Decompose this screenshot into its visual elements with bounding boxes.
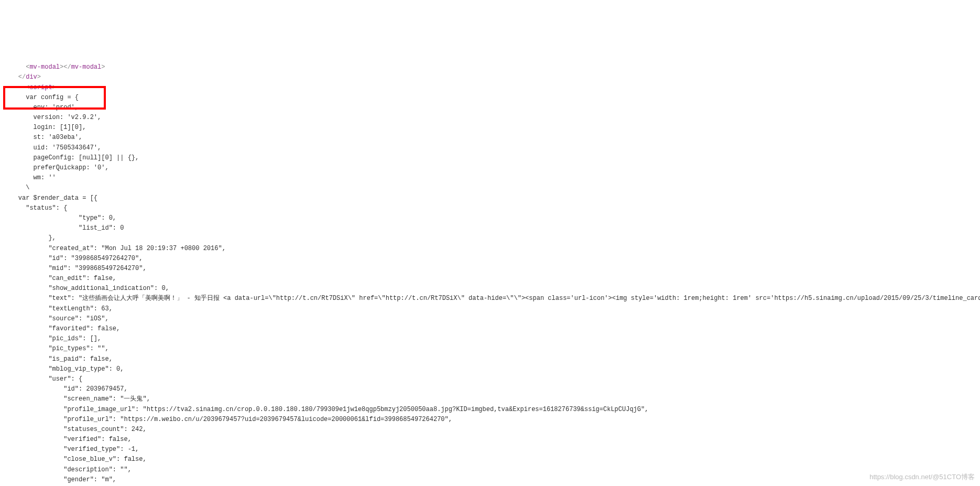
code-line: "pic_types": "", xyxy=(3,345,109,352)
code-line: "description": "", xyxy=(3,466,132,473)
code-line: "verified": false, xyxy=(3,436,132,443)
code-line: "source": "iOS", xyxy=(3,315,109,322)
code-line: "profile_image_url": "https://tva2.sinai… xyxy=(3,406,648,413)
code-line: "user": { xyxy=(3,375,82,383)
code-line: <script> xyxy=(3,84,56,91)
code-line: "is_paid": false, xyxy=(3,355,113,363)
code-line: "id": 2039679457, xyxy=(3,385,128,393)
code-line: "id": "3998685497264270", xyxy=(3,255,143,262)
code-line: version: 'v2.9.2', xyxy=(3,114,101,121)
code-line: uid: '7505343647', xyxy=(3,144,101,152)
source-code-view: <mv-modal></mv-modal> </div> <script> va… xyxy=(0,50,980,486)
code-line: "show_additional_indication": 0, xyxy=(3,285,169,292)
code-line: </div> xyxy=(3,73,41,81)
code-line: "favorited": false, xyxy=(3,325,120,332)
code-line: "pic_ids": [], xyxy=(3,335,101,342)
code-line: "screen_name": "一头鬼", xyxy=(3,395,150,403)
code-line: <mv-modal></mv-modal> xyxy=(3,63,105,71)
code-line: "created_at": "Mon Jul 18 20:19:37 +0800… xyxy=(3,245,226,252)
code-line: "text": "这些插画会让人大呼「美啊美啊！」 - 知乎日报 <a data… xyxy=(3,295,980,302)
code-line: login: [1][0], xyxy=(3,124,86,131)
code-line: "can_edit": false, xyxy=(3,275,116,282)
code-line: st: 'a03eba', xyxy=(3,134,82,141)
code-line: "profile_url": "https://m.weibo.cn/u/203… xyxy=(3,416,452,423)
code-line: "type": 0, xyxy=(3,214,116,222)
code-line: "gender": "m", xyxy=(3,476,116,483)
code-line: preferQuickapp: '0', xyxy=(3,164,109,171)
watermark-text: https://blog.csdn.net/@51CTO博客 xyxy=(869,472,975,483)
code-line: "mid": "3998685497264270", xyxy=(3,265,147,272)
code-line: env: 'prod', xyxy=(3,104,79,111)
code-line: }, xyxy=(3,234,56,242)
code-line: wm: '' xyxy=(3,174,56,181)
code-line: pageConfig: [null][0] || {}, xyxy=(3,154,139,161)
code-line: \ xyxy=(3,184,29,191)
code-line: "verified_type": -1, xyxy=(3,446,139,453)
code-line: "status": { xyxy=(3,204,67,212)
code-line: var config = { xyxy=(3,94,79,101)
code-line: "mblog_vip_type": 0, xyxy=(3,365,124,373)
code-line: var $render_data = [{ xyxy=(3,195,97,202)
code-line: "textLength": 63, xyxy=(3,305,113,312)
code-line: "close_blue_v": false, xyxy=(3,456,147,463)
code-line: "statuses_count": 242, xyxy=(3,426,147,433)
code-line: "list_id": 0 xyxy=(3,224,124,232)
